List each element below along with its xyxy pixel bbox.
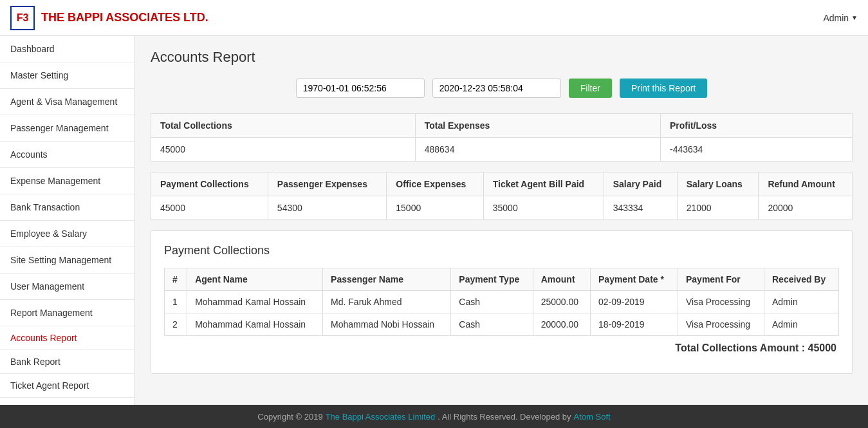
- col-type: Payment Type: [451, 268, 533, 291]
- footer-copyright: Copyright © 2019: [257, 412, 322, 422]
- admin-label: Admin: [823, 13, 849, 23]
- summary2-val-6: 20000: [759, 196, 853, 220]
- summary2-val-3: 35000: [483, 196, 604, 220]
- footer: Copyright © 2019 The Bappi Associates Li…: [0, 405, 868, 428]
- cell-agent: Mohammad Kamal Hossain: [187, 313, 323, 336]
- sidebar-item-agent-visa[interactable]: Agent & Visa Management: [0, 89, 134, 115]
- payment-collections-card: Payment Collections # Agent Name Passeng…: [151, 230, 853, 374]
- payment-collections-title: Payment Collections: [164, 244, 839, 257]
- summary1-val-2: -443634: [661, 138, 853, 162]
- col-agent: Agent Name: [187, 268, 323, 291]
- filter-button[interactable]: Filter: [569, 79, 612, 98]
- summary2-val-0: 45000: [151, 196, 268, 220]
- col-date: Payment Date *: [591, 268, 678, 291]
- sidebar-item-bank-transaction[interactable]: Bank Transaction: [0, 194, 134, 221]
- cell-for: Visa Processing: [678, 313, 764, 336]
- sidebar-item-passenger[interactable]: Passenger Management: [0, 115, 134, 142]
- sidebar-item-report-management[interactable]: Report Management: [0, 300, 134, 326]
- cell-received: Admin: [764, 291, 838, 313]
- col-received: Received By: [764, 268, 838, 291]
- cell-amount: 25000.00: [533, 291, 590, 313]
- sidebar-item-site-setting[interactable]: Site Setting Management: [0, 247, 134, 274]
- header: F3 THE BAPPI ASSOCIATES LTD. Admin ▼: [0, 0, 868, 36]
- main-content: Accounts Report Filter Print this Report…: [135, 36, 868, 405]
- summary-table-2: Payment Collections Passenger Expenses O…: [151, 172, 853, 220]
- summary1-val-0: 45000: [151, 138, 416, 162]
- sidebar-item-dashboard[interactable]: Dashboard: [0, 36, 134, 62]
- col-amount: Amount: [533, 268, 590, 291]
- sidebar: Dashboard Master Setting Agent & Visa Ma…: [0, 36, 135, 405]
- cell-date: 18-09-2019: [591, 313, 678, 336]
- logo-box: F3: [10, 6, 35, 30]
- summary2-header-4: Salary Paid: [604, 172, 677, 196]
- cell-passenger: Md. Faruk Ahmed: [323, 291, 451, 313]
- cell-num: 2: [165, 313, 187, 336]
- cell-for: Visa Processing: [678, 291, 764, 313]
- company-name-part1: THE BAPPI: [41, 11, 106, 24]
- summary2-header-0: Payment Collections: [151, 172, 268, 196]
- company-name-part2: ASSOCIATES LTD.: [106, 11, 208, 24]
- total-collections-amount: Total Collections Amount : 45000: [164, 336, 839, 360]
- summary2-val-5: 21000: [677, 196, 759, 220]
- cell-num: 1: [165, 291, 187, 313]
- cell-date: 02-09-2019: [591, 291, 678, 313]
- page-title: Accounts Report: [151, 49, 853, 66]
- summary2-val-2: 15000: [387, 196, 483, 220]
- payment-collections-table: # Agent Name Passenger Name Payment Type…: [164, 268, 839, 336]
- filter-row: Filter Print this Report: [151, 79, 853, 98]
- date-to-input[interactable]: [432, 79, 561, 98]
- summary2-header-3: Ticket Agent Bill Paid: [483, 172, 604, 196]
- sidebar-item-employee-salary[interactable]: Employee & Salary: [0, 221, 134, 247]
- sidebar-item-accounts[interactable]: Accounts: [0, 142, 134, 168]
- summary1-header-0: Total Collections: [151, 114, 416, 138]
- footer-dev-link[interactable]: Atom Soft: [574, 412, 611, 422]
- logo-area: F3 THE BAPPI ASSOCIATES LTD.: [10, 6, 208, 30]
- summary1-header-2: Profit/Loss: [661, 114, 853, 138]
- cell-amount: 20000.00: [533, 313, 590, 336]
- summary2-val-1: 54300: [268, 196, 386, 220]
- cell-passenger: Mohammad Nobi Hossain: [323, 313, 451, 336]
- admin-menu[interactable]: Admin ▼: [823, 13, 858, 23]
- table-row: 2 Mohammad Kamal Hossain Mohammad Nobi H…: [165, 313, 839, 336]
- sidebar-item-accounts-report[interactable]: Accounts Report: [0, 326, 134, 350]
- cell-agent: Mohammad Kamal Hossain: [187, 291, 323, 313]
- summary1-header-1: Total Expenses: [415, 114, 660, 138]
- summary2-header-6: Refund Amount: [759, 172, 853, 196]
- summary2-header-5: Salary Loans: [677, 172, 759, 196]
- caret-icon: ▼: [851, 14, 858, 21]
- summary2-val-4: 343334: [604, 196, 677, 220]
- col-for: Payment For: [678, 268, 764, 291]
- logo-text: F3: [17, 12, 29, 24]
- layout: Dashboard Master Setting Agent & Visa Ma…: [0, 36, 868, 405]
- sidebar-item-expense[interactable]: Expense Management: [0, 168, 134, 194]
- summary2-header-1: Passenger Expenses: [268, 172, 386, 196]
- sidebar-item-bank-report[interactable]: Bank Report: [0, 350, 134, 374]
- cell-type: Cash: [451, 291, 533, 313]
- sidebar-item-master-setting[interactable]: Master Setting: [0, 62, 134, 89]
- summary-table-1: Total Collections Total Expenses Profit/…: [151, 113, 853, 162]
- sidebar-item-ticket-agent-report[interactable]: Ticket Agent Report: [0, 374, 134, 398]
- footer-rights: . All Rights Reserved. Developed by: [438, 412, 571, 422]
- sidebar-item-user-management[interactable]: User Management: [0, 274, 134, 300]
- cell-type: Cash: [451, 313, 533, 336]
- col-passenger: Passenger Name: [323, 268, 451, 291]
- summary2-header-2: Office Expenses: [387, 172, 483, 196]
- col-num: #: [165, 268, 187, 291]
- cell-received: Admin: [764, 313, 838, 336]
- summary1-val-1: 488634: [415, 138, 660, 162]
- print-button[interactable]: Print this Report: [620, 79, 707, 98]
- table-row: 1 Mohammad Kamal Hossain Md. Faruk Ahmed…: [165, 291, 839, 313]
- date-from-input[interactable]: [296, 79, 425, 98]
- footer-company-link[interactable]: The Bappi Associates Limited: [326, 412, 436, 422]
- company-name: THE BAPPI ASSOCIATES LTD.: [41, 11, 208, 24]
